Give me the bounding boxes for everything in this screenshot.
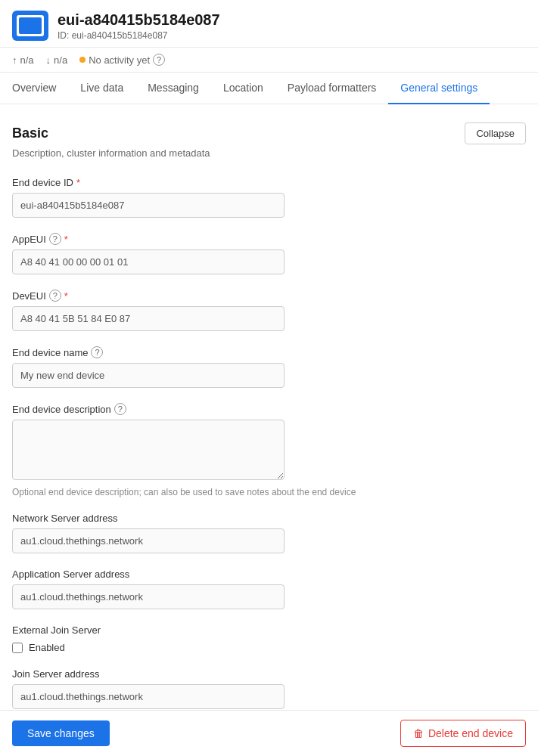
tab-payload-formatters[interactable]: Payload formatters (275, 73, 389, 104)
tab-live-data[interactable]: Live data (68, 73, 135, 104)
device-id-value: eui-a840415b5184e087 (72, 30, 168, 41)
app-eui-required-star: * (64, 234, 68, 245)
upload-status: ↑ n/a (12, 54, 34, 66)
activity-label: No activity yet (89, 54, 150, 66)
description-hint: Optional end device description; can als… (12, 487, 526, 497)
content-area: Basic Collapse Description, cluster info… (0, 104, 538, 756)
end-device-description-input[interactable] (12, 420, 285, 480)
download-value: n/a (54, 54, 67, 66)
network-server-address-label: Network Server address (12, 513, 526, 524)
external-join-server-checkbox-group: Enabled (12, 642, 526, 653)
external-join-server-group: External Join Server Enabled (12, 624, 526, 653)
end-device-description-help-icon[interactable]: ? (114, 403, 126, 415)
header-info: eui-a840415b5184e087 ID: eui-a840415b518… (58, 11, 220, 41)
end-device-description-label: End device description ? (12, 403, 526, 415)
device-id-subtitle: ID: eui-a840415b5184e087 (58, 30, 220, 41)
footer: Save changes 🗑 Delete end device (0, 710, 538, 756)
section-description: Description, cluster information and met… (12, 147, 526, 159)
tab-messaging[interactable]: Messaging (135, 73, 211, 104)
dev-eui-label: DevEUI ? * (12, 290, 526, 302)
navigation-tabs: Overview Live data Messaging Location Pa… (0, 73, 538, 104)
tab-overview[interactable]: Overview (12, 73, 68, 104)
collapse-button[interactable]: Collapse (465, 122, 526, 144)
end-device-name-group: End device name ? (12, 346, 526, 388)
delete-device-button[interactable]: 🗑 Delete end device (400, 720, 526, 747)
required-star: * (76, 177, 80, 188)
section-title: Basic (12, 125, 48, 141)
device-title: eui-a840415b5184e087 (58, 11, 220, 29)
end-device-name-help-icon[interactable]: ? (91, 346, 103, 358)
arrow-down-icon: ↓ (46, 54, 51, 66)
join-server-address-group: Join Server address (12, 668, 526, 709)
end-device-name-input[interactable] (12, 363, 285, 388)
trash-icon: 🗑 (413, 727, 424, 739)
network-server-address-input[interactable] (12, 528, 285, 553)
main-content: Basic Collapse Description, cluster info… (0, 104, 538, 756)
end-device-id-label: End device ID * (12, 177, 526, 188)
delete-label: Delete end device (428, 727, 513, 739)
tab-location[interactable]: Location (211, 73, 275, 104)
external-join-server-enabled-label: Enabled (29, 642, 65, 653)
save-changes-button[interactable]: Save changes (12, 720, 110, 746)
activity-status: No activity yet ? (79, 54, 165, 66)
end-device-id-group: End device ID * (12, 177, 526, 218)
external-join-server-label: External Join Server (12, 624, 526, 636)
section-header: Basic Collapse (12, 122, 526, 144)
app-eui-help-icon[interactable]: ? (49, 233, 61, 245)
app-eui-label: AppEUI ? * (12, 233, 526, 245)
dev-eui-required-star: * (64, 290, 68, 302)
download-status: ↓ n/a (46, 54, 68, 66)
application-server-address-group: Application Server address (12, 569, 526, 609)
app-eui-group: AppEUI ? * (12, 233, 526, 274)
application-server-address-label: Application Server address (12, 569, 526, 580)
device-id-label: ID: (58, 30, 69, 41)
end-device-name-label: End device name ? (12, 346, 526, 358)
page-header: eui-a840415b5184e087 ID: eui-a840415b518… (0, 0, 538, 48)
upload-value: n/a (20, 54, 34, 66)
network-server-address-group: Network Server address (12, 513, 526, 553)
external-join-server-checkbox[interactable] (12, 643, 23, 653)
device-icon (12, 11, 48, 41)
activity-help-icon[interactable]: ? (153, 54, 165, 66)
dev-eui-input[interactable] (12, 306, 285, 331)
section-title-group: Basic (12, 125, 48, 141)
dev-eui-help-icon[interactable]: ? (49, 290, 61, 302)
end-device-description-group: End device description ? Optional end de… (12, 403, 526, 497)
application-server-address-input[interactable] (12, 584, 285, 609)
app-eui-input[interactable] (12, 249, 285, 274)
tab-general-settings[interactable]: General settings (388, 73, 490, 104)
activity-dot-icon (79, 57, 86, 63)
status-bar: ↑ n/a ↓ n/a No activity yet ? (0, 48, 538, 73)
join-server-address-input[interactable] (12, 684, 285, 709)
dev-eui-group: DevEUI ? * (12, 290, 526, 331)
end-device-id-input[interactable] (12, 193, 285, 218)
join-server-address-label: Join Server address (12, 668, 526, 680)
arrow-up-icon: ↑ (12, 54, 17, 66)
